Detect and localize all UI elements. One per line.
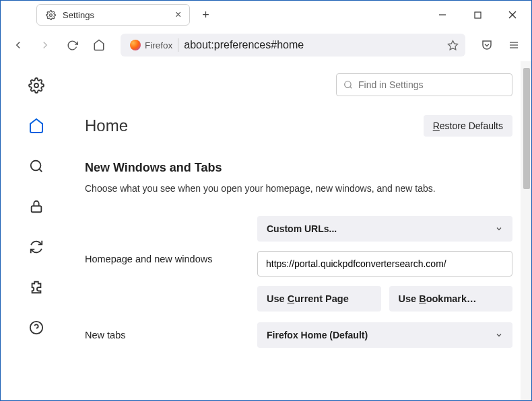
chevron-down-icon xyxy=(495,331,503,339)
sidebar-item-extensions[interactable] xyxy=(26,277,47,298)
reload-button[interactable] xyxy=(61,34,83,56)
chevron-down-icon xyxy=(495,225,503,233)
home-button[interactable] xyxy=(88,34,110,56)
svg-point-15 xyxy=(345,81,351,87)
maximize-button[interactable] xyxy=(464,4,491,26)
homepage-mode-select[interactable]: Custom URLs... xyxy=(257,216,512,242)
browser-toolbar: Firefox about:preferences#home xyxy=(1,29,531,61)
sidebar-item-general[interactable] xyxy=(26,75,47,96)
close-tab-button[interactable]: × xyxy=(175,9,181,21)
forward-button[interactable] xyxy=(34,34,56,56)
svg-marker-5 xyxy=(448,40,457,49)
svg-rect-2 xyxy=(475,12,481,18)
firefox-logo-icon xyxy=(130,40,141,50)
newtabs-value: Firefox Home (Default) xyxy=(267,330,368,340)
settings-main: Home Restore Defaults New Windows and Ta… xyxy=(71,61,531,400)
scrollbar-thumb[interactable] xyxy=(523,68,530,189)
titlebar: Settings × + xyxy=(1,1,531,29)
newtabs-select[interactable]: Firefox Home (Default) xyxy=(257,322,512,348)
sidebar-item-sync[interactable] xyxy=(26,236,47,258)
use-bookmark-button[interactable]: Use Bookmark… xyxy=(389,286,513,312)
tab-title: Settings xyxy=(63,10,94,20)
svg-line-16 xyxy=(350,87,352,89)
gear-icon xyxy=(45,9,56,20)
url-text: about:preferences#home xyxy=(184,39,304,51)
search-icon xyxy=(343,80,353,89)
sidebar-item-search[interactable] xyxy=(26,155,47,177)
identity-label: Firefox xyxy=(145,40,172,50)
svg-point-10 xyxy=(30,161,40,171)
scrollbar[interactable] xyxy=(521,61,531,400)
app-menu-button[interactable] xyxy=(503,34,525,56)
close-window-button[interactable] xyxy=(499,4,526,26)
homepage-url-input[interactable] xyxy=(257,251,512,277)
sidebar-item-home[interactable] xyxy=(26,115,47,137)
page-title: Home xyxy=(85,116,128,135)
section-title: New Windows and Tabs xyxy=(85,161,512,175)
url-bar[interactable]: Firefox about:preferences#home xyxy=(121,34,465,57)
restore-defaults-button[interactable]: Restore Defaults xyxy=(424,115,512,137)
window-controls xyxy=(429,4,526,26)
settings-sidebar xyxy=(1,61,71,400)
homepage-mode-value: Custom URLs... xyxy=(267,223,337,234)
sidebar-item-privacy[interactable] xyxy=(26,196,47,217)
newtabs-label: New tabs xyxy=(85,330,257,340)
use-current-page-button[interactable]: Use Current Page xyxy=(257,286,381,312)
settings-search-input[interactable] xyxy=(358,79,505,90)
homepage-label: Homepage and new windows xyxy=(85,216,257,264)
svg-point-9 xyxy=(34,83,38,87)
identity-box[interactable]: Firefox xyxy=(127,38,178,52)
content-area: Home Restore Defaults New Windows and Ta… xyxy=(1,61,531,400)
svg-line-11 xyxy=(39,169,42,172)
svg-point-0 xyxy=(49,13,52,16)
settings-search[interactable] xyxy=(336,73,512,96)
sidebar-item-help[interactable] xyxy=(26,317,47,338)
pocket-button[interactable] xyxy=(476,34,498,56)
new-tab-button[interactable]: + xyxy=(202,8,209,22)
back-button[interactable] xyxy=(7,34,29,56)
section-description: Choose what you see when you open your h… xyxy=(85,182,512,196)
minimize-button[interactable] xyxy=(429,4,456,26)
svg-rect-12 xyxy=(31,206,41,212)
bookmark-star-button[interactable] xyxy=(447,40,459,51)
browser-tab[interactable]: Settings × xyxy=(36,4,190,26)
